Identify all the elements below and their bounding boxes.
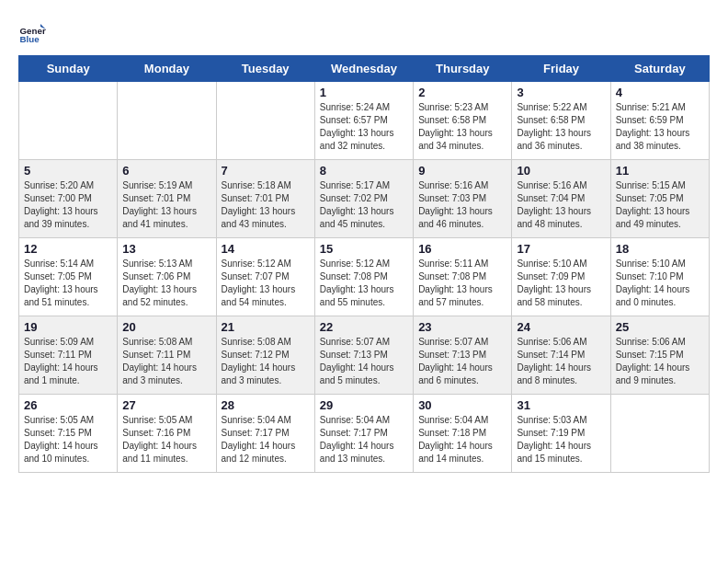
day-number: 9: [418, 164, 506, 178]
day-number: 15: [320, 242, 408, 256]
day-info: Sunrise: 5:06 AM Sunset: 7:15 PM Dayligh…: [616, 336, 704, 387]
calendar-cell: 6Sunrise: 5:19 AM Sunset: 7:01 PM Daylig…: [118, 160, 216, 238]
calendar-cell: 26Sunrise: 5:05 AM Sunset: 7:15 PM Dayli…: [19, 395, 118, 473]
day-info: Sunrise: 5:05 AM Sunset: 7:15 PM Dayligh…: [24, 414, 112, 465]
calendar-cell: 10Sunrise: 5:16 AM Sunset: 7:04 PM Dayli…: [512, 160, 610, 238]
logo: General Blue: [18, 18, 50, 46]
day-number: 26: [24, 398, 112, 412]
day-info: Sunrise: 5:04 AM Sunset: 7:18 PM Dayligh…: [418, 414, 506, 465]
day-number: 20: [122, 320, 210, 334]
day-number: 16: [418, 242, 506, 256]
weekday-header-row: SundayMondayTuesdayWednesdayThursdayFrid…: [19, 56, 710, 82]
day-info: Sunrise: 5:07 AM Sunset: 7:13 PM Dayligh…: [320, 336, 408, 387]
calendar-cell: 27Sunrise: 5:05 AM Sunset: 7:16 PM Dayli…: [118, 395, 216, 473]
calendar-cell: [118, 82, 216, 160]
calendar-cell: 30Sunrise: 5:04 AM Sunset: 7:18 PM Dayli…: [414, 395, 512, 473]
day-number: 30: [418, 398, 506, 412]
calendar-cell: 20Sunrise: 5:08 AM Sunset: 7:11 PM Dayli…: [118, 316, 216, 395]
day-info: Sunrise: 5:16 AM Sunset: 7:04 PM Dayligh…: [517, 179, 605, 231]
calendar-cell: 4Sunrise: 5:21 AM Sunset: 6:59 PM Daylig…: [610, 82, 709, 160]
calendar-cell: [216, 82, 314, 160]
logo-icon: General Blue: [18, 18, 46, 46]
calendar-cell: 28Sunrise: 5:04 AM Sunset: 7:17 PM Dayli…: [216, 395, 314, 473]
calendar-cell: 25Sunrise: 5:06 AM Sunset: 7:15 PM Dayli…: [610, 316, 709, 395]
day-info: Sunrise: 5:19 AM Sunset: 7:01 PM Dayligh…: [122, 179, 210, 231]
calendar-cell: 11Sunrise: 5:15 AM Sunset: 7:05 PM Dayli…: [610, 160, 709, 238]
day-number: 28: [222, 398, 310, 412]
weekday-header-thursday: Thursday: [414, 56, 512, 82]
day-number: 11: [616, 164, 704, 178]
weekday-header-saturday: Saturday: [610, 56, 709, 82]
day-number: 1: [320, 86, 408, 99]
week-row-3: 19Sunrise: 5:09 AM Sunset: 7:11 PM Dayli…: [19, 316, 710, 395]
calendar-cell: 2Sunrise: 5:23 AM Sunset: 6:58 PM Daylig…: [414, 82, 512, 160]
calendar-table: SundayMondayTuesdayWednesdayThursdayFrid…: [18, 55, 710, 473]
calendar-cell: 15Sunrise: 5:12 AM Sunset: 7:08 PM Dayli…: [314, 238, 413, 316]
day-info: Sunrise: 5:10 AM Sunset: 7:09 PM Dayligh…: [517, 258, 605, 309]
day-info: Sunrise: 5:13 AM Sunset: 7:06 PM Dayligh…: [122, 258, 210, 309]
day-info: Sunrise: 5:16 AM Sunset: 7:03 PM Dayligh…: [418, 179, 506, 231]
calendar-cell: 21Sunrise: 5:08 AM Sunset: 7:12 PM Dayli…: [216, 316, 314, 395]
weekday-header-tuesday: Tuesday: [216, 56, 314, 82]
day-info: Sunrise: 5:04 AM Sunset: 7:17 PM Dayligh…: [320, 414, 408, 465]
weekday-header-wednesday: Wednesday: [314, 56, 413, 82]
day-number: 13: [122, 242, 210, 256]
calendar-cell: 19Sunrise: 5:09 AM Sunset: 7:11 PM Dayli…: [19, 316, 118, 395]
day-info: Sunrise: 5:23 AM Sunset: 6:58 PM Dayligh…: [418, 101, 506, 153]
calendar-cell: 9Sunrise: 5:16 AM Sunset: 7:03 PM Daylig…: [414, 160, 512, 238]
weekday-header-monday: Monday: [118, 56, 216, 82]
page-header: General Blue: [18, 18, 710, 46]
calendar-cell: 8Sunrise: 5:17 AM Sunset: 7:02 PM Daylig…: [314, 160, 413, 238]
day-info: Sunrise: 5:18 AM Sunset: 7:01 PM Dayligh…: [222, 179, 310, 231]
day-number: 23: [418, 320, 506, 334]
calendar-cell: 18Sunrise: 5:10 AM Sunset: 7:10 PM Dayli…: [610, 238, 709, 316]
day-info: Sunrise: 5:22 AM Sunset: 6:58 PM Dayligh…: [517, 101, 605, 153]
day-info: Sunrise: 5:21 AM Sunset: 6:59 PM Dayligh…: [616, 101, 704, 153]
day-info: Sunrise: 5:08 AM Sunset: 7:11 PM Dayligh…: [122, 336, 210, 387]
calendar-cell: 12Sunrise: 5:14 AM Sunset: 7:05 PM Dayli…: [19, 238, 118, 316]
day-number: 3: [517, 86, 605, 99]
day-number: 24: [517, 320, 605, 334]
day-info: Sunrise: 5:14 AM Sunset: 7:05 PM Dayligh…: [24, 258, 112, 309]
calendar-cell: 22Sunrise: 5:07 AM Sunset: 7:13 PM Dayli…: [314, 316, 413, 395]
day-info: Sunrise: 5:10 AM Sunset: 7:10 PM Dayligh…: [616, 258, 704, 309]
calendar-cell: [610, 395, 709, 473]
day-info: Sunrise: 5:06 AM Sunset: 7:14 PM Dayligh…: [517, 336, 605, 387]
calendar-cell: 14Sunrise: 5:12 AM Sunset: 7:07 PM Dayli…: [216, 238, 314, 316]
calendar-cell: 1Sunrise: 5:24 AM Sunset: 6:57 PM Daylig…: [314, 82, 413, 160]
day-info: Sunrise: 5:11 AM Sunset: 7:08 PM Dayligh…: [418, 258, 506, 309]
calendar-cell: 24Sunrise: 5:06 AM Sunset: 7:14 PM Dayli…: [512, 316, 610, 395]
calendar-cell: 5Sunrise: 5:20 AM Sunset: 7:00 PM Daylig…: [19, 160, 118, 238]
day-number: 19: [24, 320, 112, 334]
day-number: 31: [517, 398, 605, 412]
calendar-cell: 13Sunrise: 5:13 AM Sunset: 7:06 PM Dayli…: [118, 238, 216, 316]
day-info: Sunrise: 5:12 AM Sunset: 7:08 PM Dayligh…: [320, 258, 408, 309]
weekday-header-friday: Friday: [512, 56, 610, 82]
day-number: 7: [222, 164, 310, 178]
day-number: 4: [616, 86, 704, 99]
day-number: 5: [24, 164, 112, 178]
day-info: Sunrise: 5:12 AM Sunset: 7:07 PM Dayligh…: [222, 258, 310, 309]
day-info: Sunrise: 5:09 AM Sunset: 7:11 PM Dayligh…: [24, 336, 112, 387]
day-number: 22: [320, 320, 408, 334]
calendar-cell: 16Sunrise: 5:11 AM Sunset: 7:08 PM Dayli…: [414, 238, 512, 316]
day-number: 18: [616, 242, 704, 256]
week-row-0: 1Sunrise: 5:24 AM Sunset: 6:57 PM Daylig…: [19, 82, 710, 160]
day-info: Sunrise: 5:17 AM Sunset: 7:02 PM Dayligh…: [320, 179, 408, 231]
day-number: 6: [122, 164, 210, 178]
calendar-cell: 17Sunrise: 5:10 AM Sunset: 7:09 PM Dayli…: [512, 238, 610, 316]
calendar-cell: 31Sunrise: 5:03 AM Sunset: 7:19 PM Dayli…: [512, 395, 610, 473]
day-info: Sunrise: 5:24 AM Sunset: 6:57 PM Dayligh…: [320, 101, 408, 153]
day-info: Sunrise: 5:03 AM Sunset: 7:19 PM Dayligh…: [517, 414, 605, 465]
week-row-1: 5Sunrise: 5:20 AM Sunset: 7:00 PM Daylig…: [19, 160, 710, 238]
day-number: 17: [517, 242, 605, 256]
day-number: 8: [320, 164, 408, 178]
day-number: 14: [222, 242, 310, 256]
day-info: Sunrise: 5:05 AM Sunset: 7:16 PM Dayligh…: [122, 414, 210, 465]
day-number: 27: [122, 398, 210, 412]
week-row-2: 12Sunrise: 5:14 AM Sunset: 7:05 PM Dayli…: [19, 238, 710, 316]
week-row-4: 26Sunrise: 5:05 AM Sunset: 7:15 PM Dayli…: [19, 395, 710, 473]
day-number: 21: [222, 320, 310, 334]
day-info: Sunrise: 5:07 AM Sunset: 7:13 PM Dayligh…: [418, 336, 506, 387]
svg-text:Blue: Blue: [20, 34, 40, 44]
